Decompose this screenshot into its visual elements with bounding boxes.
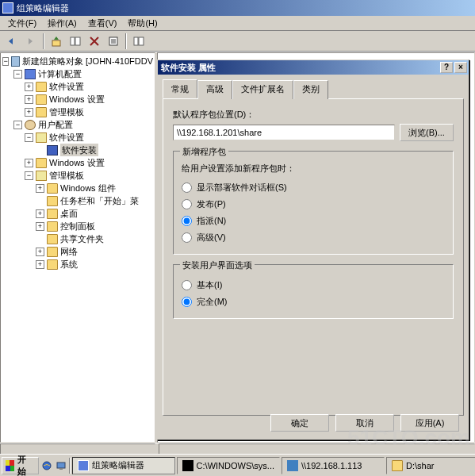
twist[interactable]: −: [13, 121, 22, 129]
show-hide-tree-button[interactable]: [67, 33, 84, 50]
tree-software-install[interactable]: 软件安装: [60, 144, 98, 156]
menu-help[interactable]: 帮助(H): [123, 16, 162, 31]
radio-full[interactable]: 完全(M): [182, 294, 445, 309]
menu-action[interactable]: 操作(A): [43, 16, 82, 31]
windows-flag-icon: [6, 460, 14, 471]
twist[interactable]: −: [25, 133, 33, 142]
taskbar-task-folder[interactable]: D:\shar: [386, 457, 475, 474]
browse-button[interactable]: 浏览(B)...: [400, 124, 454, 141]
taskbar: 开始 组策略编辑器 C:\WINDOWS\sys... \\192.168.1.…: [0, 454, 475, 476]
taskbar-task-gpedit[interactable]: 组策略编辑器: [72, 457, 175, 474]
folder-icon: [36, 107, 47, 117]
quicklaunch-desktop[interactable]: [55, 457, 67, 474]
tabstrip: 常规 高级 文件扩展名 类别: [163, 79, 464, 98]
app-icon: [2, 2, 13, 13]
twist[interactable]: −: [13, 70, 22, 79]
twist[interactable]: +: [36, 184, 44, 193]
taskbar-task-cmd[interactable]: C:\WINDOWS\sys...: [177, 457, 280, 474]
menu-view[interactable]: 查看(V): [83, 16, 122, 31]
tree-computer-config[interactable]: 计算机配置: [38, 67, 82, 80]
up-button[interactable]: [48, 33, 65, 50]
window-title: 组策略编辑器: [17, 2, 473, 14]
folder-icon: [47, 221, 58, 232]
svg-rect-10: [57, 463, 65, 468]
ui-options-legend: 安装用户界面选项: [180, 259, 255, 271]
tree-windows-components[interactable]: Windows 组件: [60, 182, 116, 194]
forward-button[interactable]: [22, 33, 40, 50]
refresh-button[interactable]: [130, 33, 147, 50]
close-button[interactable]: ×: [454, 62, 467, 73]
radio-assign[interactable]: 指派(N): [182, 213, 445, 228]
radio-advanced[interactable]: 高级(V): [182, 229, 445, 245]
tab-panel-general: 默认程序包位置(D)： 浏览(B)... 新增程序包 给用户设置添加新程序包时：…: [163, 98, 464, 416]
software-install-icon: [47, 145, 58, 155]
folder-open-icon: [36, 132, 47, 143]
toolbar: [0, 31, 475, 52]
tab-advanced[interactable]: 高级: [197, 80, 232, 99]
tab-general[interactable]: 常规: [163, 79, 197, 98]
twist-root[interactable]: −: [2, 57, 9, 66]
back-button[interactable]: [3, 33, 21, 50]
delete-button[interactable]: [86, 33, 103, 50]
folder-icon: [392, 460, 403, 471]
tab-file-extensions[interactable]: 文件扩展名: [232, 80, 293, 99]
tree-admin-templates[interactable]: 管理模板: [49, 106, 84, 118]
svg-rect-8: [139, 37, 144, 45]
radio-publish[interactable]: 发布(P): [182, 196, 445, 212]
dialog-title: 软件安装 属性: [159, 62, 439, 74]
quicklaunch-ie[interactable]: [40, 457, 53, 474]
twist[interactable]: +: [25, 159, 33, 167]
new-package-group: 新增程序包 给用户设置添加新程序包时： 显示部署软件对话框(S) 发布(P) 指…: [173, 151, 454, 255]
menu-file[interactable]: 文件(F): [3, 16, 41, 31]
tree-root[interactable]: 新建组策略对象 [JOHN-410FDDV: [22, 55, 153, 67]
tree-pane[interactable]: −新建组策略对象 [JOHN-410FDDV −计算机配置 +软件设置 +Win…: [0, 52, 155, 443]
twist[interactable]: +: [36, 222, 44, 231]
new-package-legend: 新增程序包: [180, 146, 228, 158]
twist[interactable]: +: [36, 248, 44, 256]
cancel-button[interactable]: 取消: [335, 414, 394, 432]
twist[interactable]: +: [36, 209, 44, 218]
tree-windows-settings-u[interactable]: Windows 设置: [49, 156, 105, 169]
folder-open-icon: [36, 171, 47, 181]
cmd-icon: [182, 460, 193, 471]
taskbar-task-network[interactable]: \\192.168.1.113: [282, 457, 385, 474]
folder-icon: [47, 234, 58, 244]
twist[interactable]: +: [25, 108, 33, 117]
radio-show-dialog[interactable]: 显示部署软件对话框(S): [182, 179, 445, 195]
twist[interactable]: −: [25, 171, 33, 180]
properties-button[interactable]: [105, 33, 122, 50]
start-button[interactable]: 开始: [2, 457, 39, 474]
help-button[interactable]: ?: [440, 62, 453, 73]
computer-icon: [25, 69, 36, 79]
apply-button[interactable]: 应用(A): [400, 414, 459, 432]
tree-user-config[interactable]: 用户配置: [38, 118, 73, 131]
folder-icon: [47, 183, 58, 194]
radio-basic[interactable]: 基本(I): [182, 277, 445, 293]
folder-icon: [47, 209, 58, 219]
tree-taskbar-start[interactable]: 任务栏和「开始」菜: [60, 194, 139, 207]
dialog-titlebar[interactable]: 软件安装 属性 ? ×: [158, 60, 469, 75]
folder-icon: [36, 94, 47, 105]
tree-admin-templates-u[interactable]: 管理模板: [49, 169, 84, 182]
folder-icon: [36, 158, 47, 168]
folder-icon: [47, 196, 58, 206]
tree-shared-folders[interactable]: 共享文件夹: [60, 232, 104, 245]
twist[interactable]: +: [36, 260, 44, 269]
tree-system[interactable]: 系统: [60, 258, 78, 271]
svg-rect-2: [75, 37, 80, 45]
ok-button[interactable]: 确定: [270, 414, 329, 432]
svg-rect-7: [134, 37, 138, 45]
twist[interactable]: +: [25, 83, 33, 91]
policy-icon: [11, 56, 20, 67]
tree-windows-settings[interactable]: Windows 设置: [49, 93, 105, 106]
tree-desktop[interactable]: 桌面: [60, 207, 78, 220]
default-package-input[interactable]: [173, 125, 395, 140]
tree-control-panel[interactable]: 控制面板: [60, 220, 95, 232]
tree-software-settings-u[interactable]: 软件设置: [49, 131, 84, 144]
svg-rect-1: [71, 37, 75, 45]
tree-network[interactable]: 网络: [60, 245, 78, 258]
tab-category[interactable]: 类别: [293, 80, 328, 99]
twist[interactable]: +: [25, 95, 33, 104]
folder-icon: [47, 259, 58, 270]
tree-software-settings[interactable]: 软件设置: [49, 80, 84, 93]
